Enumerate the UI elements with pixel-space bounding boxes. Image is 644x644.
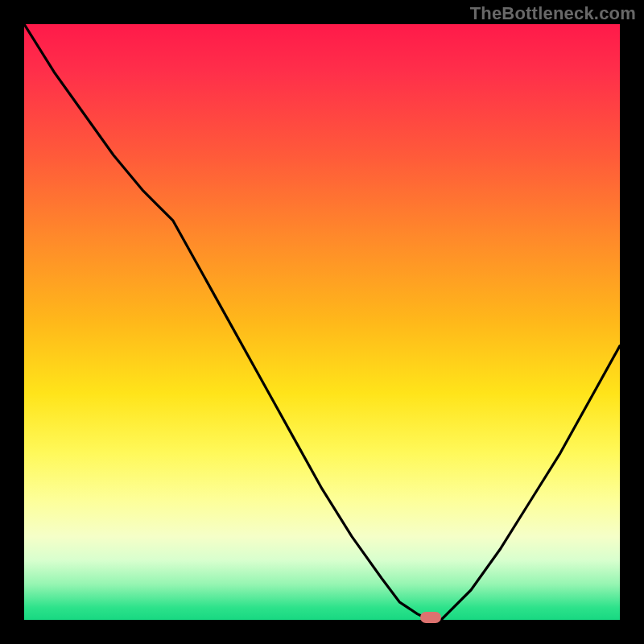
chart-plot-area	[24, 24, 620, 620]
optimum-marker	[420, 612, 441, 623]
bottleneck-curve-path	[24, 24, 620, 620]
chart-curve-svg	[24, 24, 620, 620]
watermark-text: TheBottleneck.com	[470, 3, 636, 24]
